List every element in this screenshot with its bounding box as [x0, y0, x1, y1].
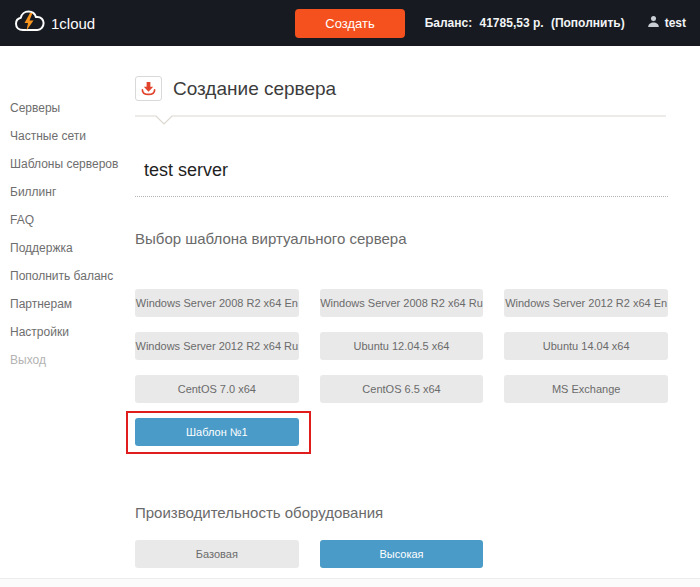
template-section-heading: Выбор шаблона виртуального сервера	[135, 230, 668, 247]
balance-value: 41785,53 р.	[480, 16, 544, 30]
sidebar-item-support[interactable]: Поддержка	[10, 234, 133, 262]
step-divider	[135, 115, 666, 126]
performance-button-high[interactable]: Высокая	[320, 540, 484, 568]
topup-link[interactable]: (Пополнить)	[551, 16, 625, 30]
template-grid: Windows Server 2008 R2 x64 En Windows Se…	[135, 289, 668, 446]
footer-strip	[0, 578, 700, 587]
logo[interactable]: 1cloud	[14, 10, 95, 36]
performance-options: Базовая Высокая	[135, 540, 668, 568]
sidebar-item-faq[interactable]: FAQ	[10, 206, 133, 234]
template-button-ubuntu-1204[interactable]: Ubuntu 12.04.5 x64	[320, 332, 484, 360]
template-button-custom-1[interactable]: Шаблон №1	[135, 418, 299, 446]
sidebar-item-billing[interactable]: Биллинг	[10, 178, 133, 206]
download-icon	[135, 76, 162, 101]
user-menu[interactable]: test	[647, 15, 686, 31]
user-icon	[647, 15, 660, 31]
sidebar-item-topup-balance[interactable]: Пополнить баланс	[10, 262, 133, 290]
selected-template-cell: Шаблон №1	[135, 418, 299, 446]
template-button-ms-exchange[interactable]: MS Exchange	[504, 375, 668, 403]
template-button-centos-70[interactable]: CentOS 7.0 x64	[135, 375, 299, 403]
sidebar-item-settings[interactable]: Настройки	[10, 318, 133, 346]
sidebar-item-partners[interactable]: Партнерам	[10, 290, 133, 318]
template-button-centos-65[interactable]: CentOS 6.5 x64	[320, 375, 484, 403]
page-title: Создание сервера	[173, 78, 336, 100]
template-button-win2008-en[interactable]: Windows Server 2008 R2 x64 En	[135, 289, 299, 317]
balance-label: Баланс:	[425, 16, 473, 30]
performance-button-basic[interactable]: Базовая	[135, 540, 299, 568]
sidebar-nav: Серверы Частные сети Шаблоны серверов Би…	[0, 46, 133, 587]
page-title-row: Создание сервера	[135, 76, 668, 101]
template-button-win2012-en[interactable]: Windows Server 2012 R2 x64 En	[504, 289, 668, 317]
server-name-underline	[135, 196, 668, 197]
sidebar-item-servers[interactable]: Серверы	[10, 94, 133, 122]
page-body: Серверы Частные сети Шаблоны серверов Би…	[0, 46, 700, 587]
header-left: 1cloud	[14, 10, 295, 36]
balance: Баланс: 41785,53 р. (Пополнить)	[425, 16, 625, 30]
username: test	[665, 16, 686, 30]
sidebar-item-logout[interactable]: Выход	[10, 346, 133, 374]
create-button[interactable]: Создать	[295, 9, 404, 38]
header-right: Баланс: 41785,53 р. (Пополнить) test	[405, 15, 686, 31]
template-button-ubuntu-1404[interactable]: Ubuntu 14.04 x64	[504, 332, 668, 360]
top-bar: 1cloud Создать Баланс: 41785,53 р. (Попо…	[0, 0, 700, 46]
sidebar-item-server-templates[interactable]: Шаблоны серверов	[10, 150, 133, 178]
logo-text: 1cloud	[51, 15, 95, 32]
main-content: Создание сервера test server Выбор шабло…	[133, 46, 700, 587]
performance-section-heading: Производительность оборудования	[135, 504, 668, 521]
cloud-lightning-icon	[14, 10, 46, 36]
sidebar-item-private-networks[interactable]: Частные сети	[10, 122, 133, 150]
template-button-win2012-ru[interactable]: Windows Server 2012 R2 x64 Ru	[135, 332, 299, 360]
template-button-win2008-ru[interactable]: Windows Server 2008 R2 x64 Ru	[320, 289, 484, 317]
server-name-field[interactable]: test server	[135, 160, 668, 181]
